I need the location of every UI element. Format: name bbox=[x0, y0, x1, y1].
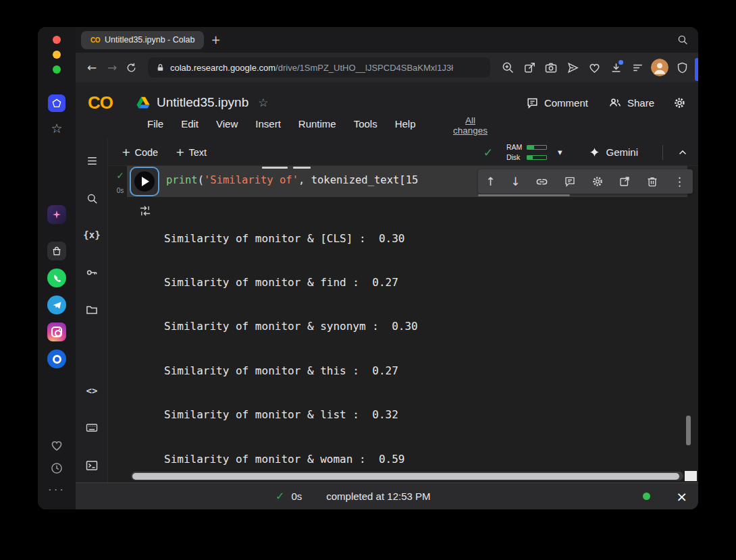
colab-left-rail: {x} <> bbox=[76, 139, 108, 482]
disk-usage-bar bbox=[527, 155, 547, 160]
code-snippets-icon[interactable]: <> bbox=[84, 383, 100, 399]
cell-settings-gear-icon[interactable] bbox=[592, 175, 604, 188]
disk-label: Disk bbox=[506, 153, 523, 161]
forward-button[interactable]: → bbox=[104, 61, 120, 74]
app-icon-blue[interactable] bbox=[47, 349, 66, 368]
search-icon[interactable] bbox=[84, 190, 100, 206]
favorite-heart-icon[interactable] bbox=[586, 59, 602, 76]
comment-label: Comment bbox=[544, 97, 588, 109]
colab-logo[interactable]: CO bbox=[88, 92, 136, 113]
horizontal-scrollbar-thumb[interactable] bbox=[132, 473, 679, 480]
delete-cell-icon[interactable] bbox=[646, 175, 658, 188]
app-icon-purple-star[interactable] bbox=[47, 205, 66, 224]
menu-file[interactable]: File bbox=[147, 118, 163, 130]
app-icon-bag[interactable] bbox=[47, 242, 66, 260]
cell-executed-check-icon: ✓ bbox=[112, 170, 128, 181]
notebook-horizontal-scrollbar[interactable] bbox=[131, 472, 683, 480]
app-icon-instagram[interactable] bbox=[47, 323, 66, 341]
notebook-vertical-scrollbar[interactable] bbox=[686, 416, 691, 445]
clipped-code-fragment bbox=[262, 167, 288, 169]
favorites-star-icon[interactable]: ☆ bbox=[38, 121, 76, 136]
resources-indicator[interactable]: RAM Disk bbox=[506, 143, 547, 161]
screenshot-camera-icon[interactable] bbox=[543, 59, 559, 76]
app-icon-whatsapp[interactable] bbox=[47, 269, 66, 287]
run-cell-button[interactable] bbox=[130, 167, 159, 196]
add-comment-icon[interactable] bbox=[564, 175, 576, 188]
table-of-contents-icon[interactable] bbox=[84, 152, 100, 169]
history-clock-icon[interactable] bbox=[50, 461, 63, 475]
notebook-title[interactable]: Untitled35.ipynb bbox=[157, 95, 248, 110]
resources-caret-icon[interactable]: ▾ bbox=[558, 147, 562, 157]
tab-bar: CO Untitled35.ipynb - Colab + bbox=[76, 27, 698, 53]
comment-button[interactable]: Comment bbox=[526, 96, 588, 109]
zoom-window-button[interactable] bbox=[53, 65, 61, 74]
share-box-icon[interactable] bbox=[521, 59, 537, 76]
move-cell-up-icon[interactable]: ↑ bbox=[485, 176, 495, 188]
command-palette-icon[interactable] bbox=[84, 420, 100, 436]
menu-runtime[interactable]: Runtime bbox=[298, 118, 336, 130]
new-tab-button[interactable]: + bbox=[211, 33, 220, 47]
kernel-status-dot bbox=[643, 493, 650, 500]
ram-usage-bar bbox=[527, 145, 547, 150]
cell-execution-time: 0s bbox=[112, 187, 128, 194]
copy-link-icon[interactable] bbox=[535, 175, 548, 188]
back-button[interactable]: ← bbox=[84, 61, 100, 74]
sidebar-peek-handle[interactable] bbox=[695, 58, 698, 81]
privacy-shield-icon[interactable] bbox=[674, 59, 690, 76]
send-icon[interactable] bbox=[564, 59, 581, 76]
reading-list-icon[interactable] bbox=[629, 59, 646, 76]
more-options-ellipsis[interactable]: ··· bbox=[38, 483, 76, 497]
variables-icon[interactable]: {x} bbox=[84, 227, 100, 243]
download-notification-dot bbox=[619, 60, 623, 65]
browser-tab[interactable]: CO Untitled35.ipynb - Colab bbox=[81, 31, 204, 49]
move-cell-down-icon[interactable]: ↓ bbox=[510, 176, 520, 188]
home-button[interactable] bbox=[48, 94, 65, 112]
tab-search-icon[interactable] bbox=[677, 34, 689, 46]
terminal-icon[interactable] bbox=[84, 457, 100, 474]
menu-bar: File Edit View Insert Runtime Tools Help… bbox=[147, 118, 686, 136]
secrets-key-icon[interactable] bbox=[84, 264, 100, 281]
output-line: Similarity of monitor & [CLS] : 0.30 bbox=[164, 231, 424, 246]
more-cell-actions-icon[interactable]: ⋮ bbox=[674, 176, 685, 188]
add-text-button[interactable]: + Text bbox=[176, 146, 207, 159]
menu-insert[interactable]: Insert bbox=[255, 118, 281, 130]
mirror-cell-icon[interactable] bbox=[619, 175, 631, 188]
ram-label: RAM bbox=[506, 143, 523, 151]
files-folder-icon[interactable] bbox=[84, 302, 100, 318]
address-bar[interactable]: colab.research.google.com/drive/1SmPZ_Ut… bbox=[148, 57, 490, 78]
profile-avatar[interactable] bbox=[651, 59, 668, 76]
collapse-toolbar-icon[interactable] bbox=[677, 146, 689, 159]
output-text: Similarity of monitor & find : 0.27 bbox=[164, 276, 398, 289]
output-indicator-icon[interactable] bbox=[138, 204, 153, 217]
people-icon bbox=[608, 96, 622, 109]
toolbar-divider bbox=[662, 145, 663, 160]
cell-output: Similarity of monitor & [CLS] : 0.30 Sim… bbox=[164, 202, 424, 482]
menu-tools[interactable]: Tools bbox=[354, 118, 377, 130]
zoom-icon[interactable] bbox=[500, 59, 516, 76]
all-changes-link[interactable]: All changes bbox=[450, 116, 492, 136]
menu-help[interactable]: Help bbox=[395, 118, 416, 130]
star-notebook-icon[interactable]: ☆ bbox=[258, 96, 268, 109]
menu-edit[interactable]: Edit bbox=[181, 118, 199, 130]
reload-button[interactable] bbox=[126, 62, 137, 74]
download-icon[interactable] bbox=[608, 59, 624, 76]
comment-bubble-icon bbox=[526, 96, 539, 109]
heart-icon[interactable] bbox=[50, 439, 63, 452]
app-sidebar: ☆ ··· bbox=[38, 27, 76, 509]
minimize-window-button[interactable] bbox=[53, 51, 61, 59]
app-icon-telegram[interactable] bbox=[47, 296, 66, 314]
menu-view[interactable]: View bbox=[216, 118, 238, 130]
close-status-bar-icon[interactable]: × bbox=[676, 490, 687, 503]
navbar-actions bbox=[500, 59, 690, 76]
close-window-button[interactable] bbox=[53, 36, 61, 44]
share-button[interactable]: Share bbox=[608, 96, 654, 109]
navigation-bar: ← → colab.research.google.com/drive/1SmP… bbox=[76, 53, 698, 82]
code-line[interactable]: print('Similarity of', tokenized_text[15 bbox=[166, 174, 418, 186]
gemini-sparkle-icon bbox=[589, 146, 600, 158]
add-code-button[interactable]: + Code bbox=[122, 146, 158, 159]
status-bar: ✓ 0s completed at 12:53 PM × bbox=[76, 482, 698, 509]
status-duration: 0s bbox=[291, 491, 302, 502]
settings-gear-icon[interactable] bbox=[673, 96, 686, 109]
code-scrollbar-thumb[interactable] bbox=[478, 194, 570, 196]
gemini-button[interactable]: Gemini bbox=[589, 146, 638, 158]
